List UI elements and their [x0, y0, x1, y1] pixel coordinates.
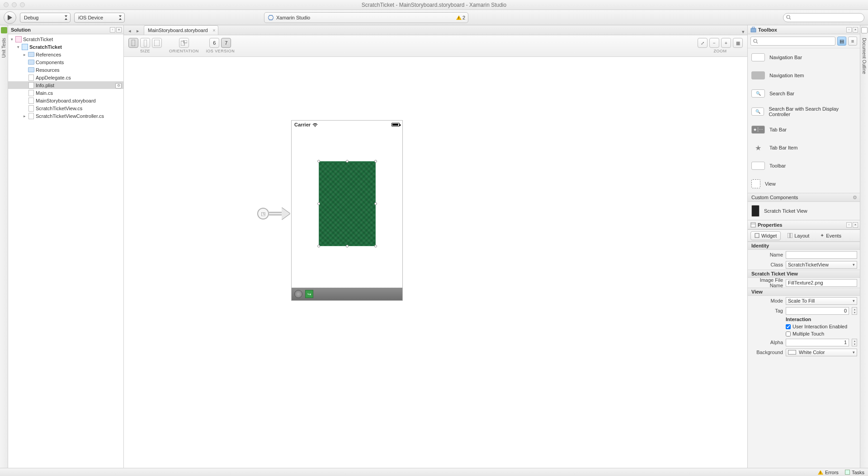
toolbox-view-compact-button[interactable]: ≡ — [848, 37, 857, 46]
tab-widget[interactable]: Widget — [750, 231, 781, 240]
zoom-actual-button[interactable]: ▦ — [733, 38, 743, 48]
folder-icon — [28, 59, 34, 65]
tab-layout[interactable]: Layout — [783, 231, 813, 240]
name-input[interactable] — [786, 251, 857, 259]
initial-view-controller-arrow[interactable]: ◳ — [257, 208, 290, 219]
mode-select[interactable]: Scale To Fill — [786, 297, 857, 305]
size-ipad-button[interactable] — [152, 38, 162, 48]
view-controller-scene[interactable]: Carrier — [291, 120, 403, 301]
tab-storyboard[interactable]: MainStoryboard.storyboard × — [144, 25, 218, 35]
ios6-button[interactable]: 6 — [209, 38, 219, 48]
pad-autohide-button[interactable]: ▫ — [110, 27, 115, 33]
size-iphone-tall-button[interactable] — [140, 38, 150, 48]
toolbox-search-input[interactable] — [760, 38, 833, 44]
global-search-input[interactable] — [793, 15, 861, 20]
file-icon — [28, 75, 34, 81]
unit-tests-label: Unit Tests — [1, 38, 6, 58]
tabbaritem-thumb-icon: ★ — [751, 144, 765, 152]
exit-dock-icon[interactable]: ↪ — [305, 290, 313, 298]
pad-close-button[interactable]: × — [116, 27, 122, 33]
project-node[interactable]: ▾ ScratchTicket — [8, 43, 123, 51]
gear-icon[interactable]: ⚙ — [853, 195, 857, 201]
editor-area: ◂ ▸ MainStoryboard.storyboard × ▾ SIZE — [124, 25, 748, 468]
scratch-ticket-view[interactable] — [319, 161, 376, 246]
device-view[interactable] — [292, 129, 402, 288]
folder-references[interactable]: ▸ References — [8, 51, 123, 58]
disclosure-icon[interactable]: ▸ — [23, 114, 27, 118]
target-device-select[interactable]: iOS Device — [74, 13, 125, 23]
tab-overflow-button[interactable]: ▾ — [742, 29, 745, 35]
disclosure-icon[interactable]: ▾ — [16, 45, 20, 49]
device-status-bar: Carrier — [292, 121, 402, 129]
disclosure-icon[interactable]: ▾ — [10, 37, 14, 42]
toolbox-item-tab-bar[interactable]: ★┊⋯Tab Bar — [748, 121, 860, 139]
toolbox-item-navigation-bar[interactable]: Navigation Bar — [748, 48, 860, 66]
scene-dock[interactable]: ↪ — [292, 288, 402, 300]
run-button[interactable] — [4, 11, 16, 24]
layout-icon — [788, 233, 793, 238]
disclosure-icon[interactable]: ▸ — [23, 52, 27, 57]
tasks-pad-button[interactable]: Tasks — [845, 470, 864, 475]
folder-resources[interactable]: Resources — [8, 66, 123, 74]
file-infoplist[interactable]: Info.plist ⚙ — [8, 81, 123, 89]
file-appdelegate[interactable]: AppDelegate.cs — [8, 74, 123, 81]
view-controller-dock-icon[interactable] — [294, 290, 302, 298]
multiple-touch-checkbox[interactable] — [786, 331, 791, 336]
size-iphone-button[interactable] — [128, 38, 138, 48]
pad-close-button[interactable]: × — [853, 27, 858, 33]
toolbox-view-large-button[interactable]: ▤ — [837, 37, 846, 46]
pad-close-button[interactable]: × — [853, 222, 858, 228]
background-select[interactable]: White Color — [786, 349, 857, 356]
folder-components[interactable]: Components — [8, 58, 123, 66]
ios7-button[interactable]: 7 — [221, 38, 231, 48]
status-warnings[interactable]: 2 — [456, 15, 465, 20]
toolbox-item-tab-bar-item[interactable]: ★Tab Bar Item — [748, 139, 860, 157]
zoom-out-button[interactable]: − — [709, 38, 719, 48]
alpha-input[interactable]: 1 — [786, 339, 849, 346]
nav-forward-button[interactable]: ▸ — [134, 27, 142, 35]
errors-pad-button[interactable]: Errors — [818, 470, 839, 475]
nav-back-button[interactable]: ◂ — [126, 27, 134, 35]
svg-point-2 — [787, 15, 790, 19]
unit-tests-pad-button[interactable] — [1, 27, 7, 33]
file-storyboard[interactable]: MainStoryboard.storyboard — [8, 97, 123, 104]
file-scratchticketview[interactable]: ScratchTicketView.cs — [8, 104, 123, 112]
file-options-button[interactable]: ⚙ — [115, 82, 122, 89]
pad-autohide-button[interactable]: ▫ — [846, 222, 852, 228]
pad-autohide-button[interactable]: ▫ — [846, 27, 852, 33]
toolbox-section-custom[interactable]: Custom Components ⚙ — [748, 193, 860, 202]
configuration-select[interactable]: Debug — [20, 13, 71, 23]
toolbox-item-view[interactable]: View — [748, 175, 860, 193]
global-search[interactable] — [783, 13, 864, 22]
file-viewcontroller[interactable]: ▸ ScratchTicketViewController.cs — [8, 112, 123, 120]
alpha-stepper[interactable]: ▴▾ — [852, 339, 857, 346]
toolbox-item-toolbar[interactable]: Toolbar — [748, 157, 860, 175]
tag-input[interactable]: 0 — [786, 307, 849, 315]
class-select[interactable]: ScratchTicketView — [786, 261, 857, 269]
tag-stepper[interactable]: ▴▾ — [852, 307, 857, 315]
toolbox-item-search-bar[interactable]: 🔍Search Bar — [748, 84, 860, 103]
designer-canvas[interactable]: ◳ Carrier — [124, 57, 747, 468]
view-thumb-icon — [751, 179, 760, 188]
tab-events[interactable]: ✦ Events — [816, 231, 845, 240]
document-outline-pad-button[interactable] — [861, 27, 868, 33]
toolbox-item-search-display[interactable]: 🔍Search Bar with Search Display Controll… — [748, 103, 860, 121]
toolbox-item-scratch-ticket-view[interactable]: Scratch Ticket View — [748, 202, 860, 220]
toolbox-item-navigation-item[interactable]: Navigation Item — [748, 66, 860, 84]
file-main[interactable]: Main.cs — [8, 89, 123, 97]
solution-tree[interactable]: ▾ ScratchTicket ▾ ScratchTicket ▸ Refere… — [8, 34, 123, 468]
zoom-fit-button[interactable]: ⤢ — [698, 38, 708, 48]
toolbox-list[interactable]: Navigation Bar Navigation Item 🔍Search B… — [748, 48, 860, 220]
toolbox-header: Toolbox ▫ × — [748, 25, 860, 34]
image-file-input[interactable]: FillTexture2.png — [786, 279, 857, 287]
play-icon — [8, 15, 12, 20]
zoom-in-button[interactable]: + — [721, 38, 731, 48]
tab-close-button[interactable]: × — [212, 28, 215, 33]
solution-node[interactable]: ▾ ScratchTicket — [8, 35, 123, 43]
orientation-button[interactable] — [179, 38, 189, 48]
solution-name: ScratchTicket — [23, 37, 53, 42]
user-interaction-checkbox[interactable] — [786, 324, 791, 329]
toolbox-search[interactable] — [750, 37, 835, 46]
svg-line-3 — [790, 19, 791, 20]
properties-tabs: Widget Layout ✦ Events — [748, 230, 860, 242]
